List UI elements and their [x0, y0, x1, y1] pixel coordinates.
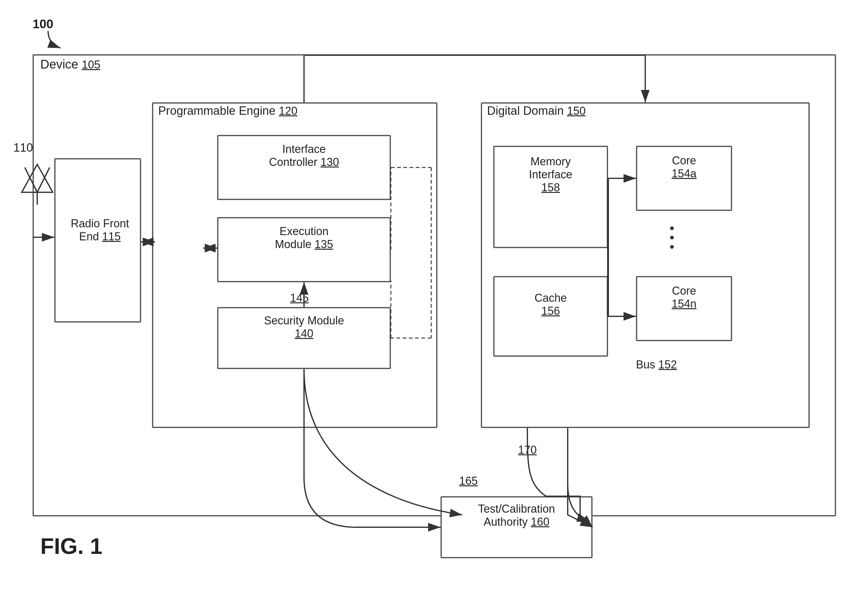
digital-domain-ref: 150	[567, 105, 586, 117]
bus-ref: 152	[658, 358, 677, 371]
core-n-label: Core154n	[639, 284, 729, 311]
top-ref-label: 100	[33, 17, 53, 31]
cache-label: Cache156	[496, 292, 605, 318]
bus-label: Bus 152	[636, 358, 677, 371]
exec-ref: 135	[315, 238, 333, 251]
cache-ref: 156	[541, 304, 560, 317]
security-module-label: Security Module140	[220, 314, 388, 340]
prog-engine-ref: 120	[279, 105, 298, 117]
link-170: 170	[518, 443, 537, 456]
core-a-ref: 154a	[671, 167, 696, 180]
mem-ref: 158	[541, 181, 560, 194]
sec-ref: 140	[295, 327, 313, 340]
antenna-ref-label: 110	[13, 141, 33, 155]
ellipsis-dots	[670, 226, 674, 249]
core-n-ref: 154n	[671, 297, 696, 310]
fig-1: FIG. 1	[40, 534, 102, 559]
radio-fe-label: Radio FrontEnd 115	[41, 217, 159, 243]
device-label: Device 105	[40, 58, 100, 71]
tca-label: Test/CalibrationAuthority 160	[443, 503, 589, 529]
svg-marker-3	[22, 164, 53, 192]
link-145: 145	[290, 292, 309, 304]
digital-domain-label: Digital Domain 150	[487, 104, 586, 117]
figure-label: FIG. 1	[40, 534, 102, 559]
core-a-label: Core154a	[639, 154, 729, 180]
link-145-label: 145	[290, 292, 309, 304]
antenna-icon	[19, 152, 56, 206]
device-ref: 105	[81, 58, 100, 71]
diagram-container: 100 Device 105 110 Radio FrontEnd 115 In…	[0, 0, 868, 615]
execution-module-label: ExecutionModule 135	[220, 225, 388, 251]
interface-controller-label: InterfaceController 130	[220, 143, 388, 169]
link-165: 165	[459, 475, 478, 487]
memory-interface-label: MemoryInterface158	[496, 155, 605, 194]
link-165-label: 165	[459, 475, 478, 487]
tca-ref: 160	[531, 515, 550, 528]
prog-engine-label: Programmable Engine 120	[158, 104, 298, 117]
ic-ref: 130	[320, 156, 339, 169]
svg-line-1	[37, 167, 50, 192]
antenna-ref: 110	[13, 141, 33, 154]
svg-line-0	[25, 167, 37, 192]
radio-fe-ref: 115	[102, 230, 121, 243]
link-170-label: 170	[518, 443, 537, 457]
ref-100: 100	[33, 17, 53, 31]
